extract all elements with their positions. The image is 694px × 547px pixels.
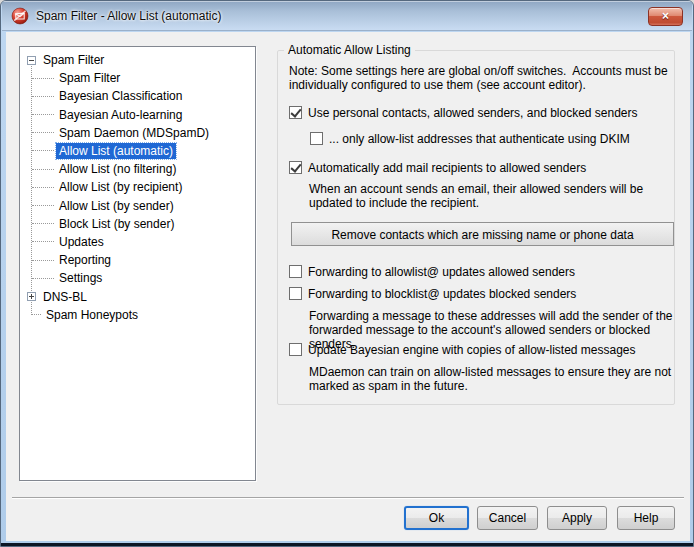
tree-item-label[interactable]: Spam Daemon (MDSpamD): [56, 125, 212, 141]
tree-branch-line: [32, 269, 54, 279]
tree-branch-line: [32, 142, 54, 152]
tree-branch-line: [32, 233, 54, 243]
remove-contacts-button[interactable]: Remove contacts which are missing name o…: [291, 222, 674, 246]
title-bar[interactable]: Spam Filter - Allow List (automatic) ×: [2, 1, 692, 31]
tree-item-label[interactable]: Bayesian Classification: [56, 88, 185, 104]
tree-item-label[interactable]: Allow List (no filtering): [56, 161, 179, 177]
tree-branch-line: [32, 69, 54, 79]
tree-item-spam-filter[interactable]: Spam Filter: [20, 69, 255, 87]
tree-item-allow-list-no-filtering[interactable]: Allow List (no filtering): [20, 160, 255, 178]
tree-branch-line: [31, 306, 41, 316]
checkbox-icon[interactable]: [289, 161, 302, 174]
tree-branch-line: [32, 178, 54, 188]
bayesian-description: MDaemon can train on allow-listed messag…: [309, 365, 694, 393]
checkbox-label[interactable]: ... only allow-list addresses that authe…: [329, 132, 630, 146]
tree-item-allow-list-automatic[interactable]: Allow List (automatic): [20, 142, 255, 160]
auto-add-recipients-checkbox[interactable]: Automatically add mail recipients to all…: [289, 161, 586, 175]
tree-branch-line: [32, 160, 54, 170]
tree-branch-line: [32, 106, 54, 116]
group-title: Automatic Allow Listing: [284, 43, 415, 57]
tree-item-reporting[interactable]: Reporting: [20, 251, 255, 269]
tree-item-spam-filter[interactable]: Spam Filter: [20, 51, 255, 69]
help-button[interactable]: Help: [617, 506, 675, 530]
tree-item-spam-daemon-mdspamd[interactable]: Spam Daemon (MDSpamD): [20, 124, 255, 142]
tree-item-label[interactable]: Allow List (by recipient): [56, 179, 185, 195]
tree-branch-line: [32, 251, 54, 261]
tree-item-block-list-by-sender[interactable]: Block List (by sender): [20, 215, 255, 233]
tree-item-label[interactable]: DNS-BL: [40, 289, 90, 305]
tree-item-dns-bl[interactable]: DNS-BL: [20, 287, 255, 305]
tree-item-settings[interactable]: Settings: [20, 269, 255, 287]
forward-allowlist-checkbox[interactable]: Forwarding to allowlist@ updates allowed…: [289, 265, 575, 279]
tree-branch-line: [32, 215, 54, 225]
tree-item-allow-list-by-recipient[interactable]: Allow List (by recipient): [20, 178, 255, 196]
checkbox-icon[interactable]: [289, 287, 302, 300]
expand-toggle-icon[interactable]: [27, 292, 36, 301]
checkbox-label[interactable]: Forwarding to allowlist@ updates allowed…: [308, 265, 575, 279]
checkbox-icon[interactable]: [289, 343, 302, 356]
spam-filter-icon: [11, 7, 29, 25]
window-title: Spam Filter - Allow List (automatic): [36, 9, 221, 23]
tree-item-label[interactable]: Spam Filter: [56, 70, 123, 86]
tree-item-label[interactable]: Updates: [56, 234, 107, 250]
footer-separator: [12, 497, 684, 499]
dialog-client-area: Spam FilterSpam FilterBayesian Classific…: [6, 32, 690, 541]
checkbox-label[interactable]: Automatically add mail recipients to all…: [308, 161, 586, 175]
tree-item-label[interactable]: Spam Honeypots: [43, 307, 141, 323]
dkim-only-checkbox[interactable]: ... only allow-list addresses that authe…: [310, 132, 630, 146]
collapse-toggle-icon[interactable]: [27, 56, 36, 65]
tree-item-allow-list-by-sender[interactable]: Allow List (by sender): [20, 197, 255, 215]
ok-button[interactable]: Ok: [404, 506, 469, 530]
tree-branch-line: [32, 87, 54, 97]
add-recipients-description: When an account sends an email, their al…: [309, 182, 679, 210]
checkbox-icon[interactable]: [289, 106, 302, 119]
tree-item-label[interactable]: Allow List (automatic): [56, 143, 176, 159]
tree-branch-line: [32, 197, 54, 207]
close-button[interactable]: ×: [648, 7, 683, 26]
tree-item-label[interactable]: Allow List (by sender): [56, 198, 177, 214]
tree-item-spam-honeypots[interactable]: Spam Honeypots: [20, 306, 255, 324]
tree-branch-line: [32, 124, 54, 134]
use-personal-contacts-checkbox[interactable]: Use personal contacts, allowed senders, …: [289, 106, 638, 120]
checkbox-label[interactable]: Update Bayesian engine with copies of al…: [308, 343, 636, 357]
update-bayesian-checkbox[interactable]: Update Bayesian engine with copies of al…: [289, 343, 636, 357]
tree-item-bayesian-classification[interactable]: Bayesian Classification: [20, 87, 255, 105]
tree-item-bayesian-auto-learning[interactable]: Bayesian Auto-learning: [20, 106, 255, 124]
checkbox-icon[interactable]: [310, 132, 323, 145]
checkbox-label[interactable]: Use personal contacts, allowed senders, …: [308, 106, 638, 120]
checkbox-icon[interactable]: [289, 265, 302, 278]
settings-tree[interactable]: Spam FilterSpam FilterBayesian Classific…: [19, 46, 256, 481]
automatic-allow-listing-group: Automatic Allow Listing Note: Some setti…: [277, 50, 675, 405]
apply-button[interactable]: Apply: [547, 506, 607, 530]
global-settings-note: Note: Some settings here are global on/o…: [289, 64, 675, 92]
tree-item-label[interactable]: Reporting: [56, 252, 114, 268]
cancel-button[interactable]: Cancel: [477, 506, 538, 530]
spam-filter-dialog: Spam Filter - Allow List (automatic) × S…: [0, 0, 694, 547]
checkbox-label[interactable]: Forwarding to blocklist@ updates blocked…: [308, 287, 576, 301]
tree-item-label[interactable]: Bayesian Auto-learning: [56, 107, 185, 123]
tree-item-label[interactable]: Settings: [56, 270, 105, 286]
tree-item-label[interactable]: Spam Filter: [40, 52, 107, 68]
forward-blocklist-checkbox[interactable]: Forwarding to blocklist@ updates blocked…: [289, 287, 576, 301]
tree-item-updates[interactable]: Updates: [20, 233, 255, 251]
tree-item-label[interactable]: Block List (by sender): [56, 216, 177, 232]
